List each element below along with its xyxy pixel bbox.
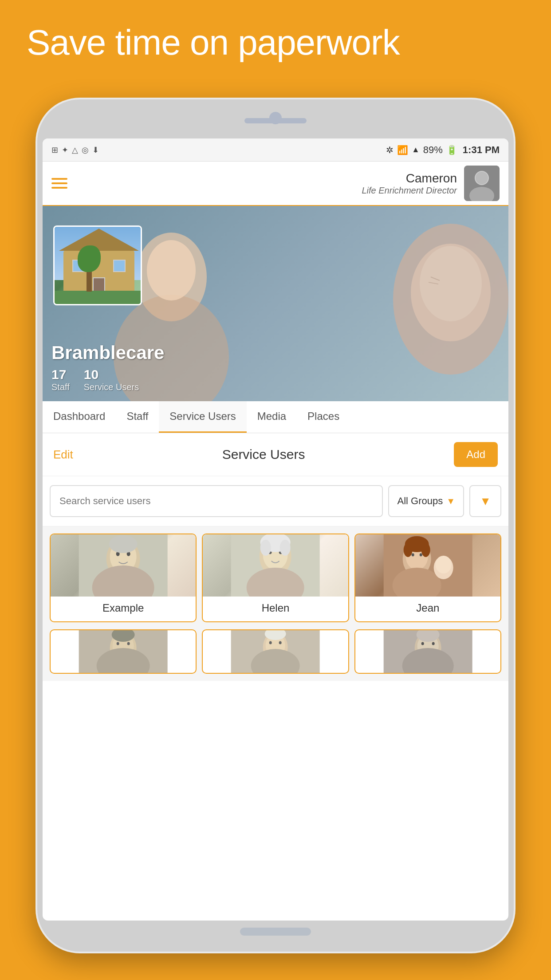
user-photo-jean	[355, 534, 500, 597]
hero-info: Bramblecare 17 Staff 10 Service Users	[51, 342, 164, 392]
helen-photo-svg	[203, 534, 348, 597]
hamburger-line-1	[51, 178, 67, 180]
user-name: Cameron	[67, 171, 457, 186]
action-bar: Edit Service Users Add	[43, 433, 508, 476]
battery-percent: 89%	[423, 144, 443, 156]
facility-image	[55, 227, 141, 304]
page-title: Service Users	[222, 447, 305, 462]
bluetooth-icon: ✲	[386, 145, 394, 155]
battery-icon: 🔋	[446, 145, 457, 155]
svg-point-26	[260, 540, 271, 556]
user-card-row2-2[interactable]	[202, 629, 349, 674]
tab-staff[interactable]: Staff	[116, 401, 159, 433]
user-name-example: Example	[102, 602, 144, 614]
filter-icon: ▼	[480, 494, 491, 508]
user-avatar[interactable]	[464, 166, 500, 201]
user-name-jean: Jean	[416, 602, 439, 614]
staff-stat: 17 Staff	[51, 367, 70, 392]
svg-point-6	[147, 240, 196, 300]
hero-person-right	[353, 210, 508, 401]
svg-point-33	[435, 556, 451, 573]
roof-shape	[59, 229, 139, 251]
user-card-example[interactable]: Example	[50, 533, 197, 622]
user-grid-row1: Example	[43, 526, 508, 629]
dropdown-arrow-icon: ▼	[446, 496, 455, 506]
filter-button[interactable]: ▼	[469, 485, 501, 517]
facility-thumbnail[interactable]	[53, 225, 142, 305]
tab-places[interactable]: Places	[297, 401, 350, 433]
svg-point-18	[109, 535, 138, 553]
content-area: Edit Service Users Add All Groups ▼ ▼	[43, 433, 508, 681]
edit-button[interactable]: Edit	[53, 448, 73, 462]
hamburger-line-2	[51, 182, 67, 184]
tab-service-users[interactable]: Service Users	[159, 401, 246, 433]
status-icon-image: ⊞	[51, 145, 58, 155]
groups-label: All Groups	[397, 495, 443, 507]
svg-point-56	[421, 642, 424, 645]
user-card-row2-3[interactable]	[354, 629, 501, 674]
status-icon-nav: ✦	[62, 145, 68, 155]
svg-point-50	[279, 641, 282, 644]
svg-point-35	[403, 543, 412, 557]
status-icon-check: ◎	[82, 145, 89, 155]
phone-frame: ⊞ ✦ △ ◎ ⬇ ✲ 📶 ▲ 89% 🔋 1:31 PM	[35, 98, 516, 953]
add-button[interactable]: Add	[454, 442, 498, 467]
status-icon-download: ⬇	[92, 145, 99, 155]
user-photo-helen	[203, 534, 348, 597]
avatar-image	[464, 166, 500, 201]
svg-point-57	[432, 642, 434, 645]
header-tagline: Save time on paperwork	[27, 22, 524, 63]
nav-tabs: Dashboard Staff Service Users Media Plac…	[43, 401, 508, 433]
svg-point-3	[476, 172, 488, 184]
users-stat: 10 Service Users	[84, 367, 139, 392]
example-photo-svg	[51, 534, 196, 597]
groups-dropdown[interactable]: All Groups ▼	[388, 485, 464, 517]
phone-speaker	[244, 118, 307, 123]
status-time: 1:31 PM	[463, 144, 500, 156]
svg-point-36	[421, 543, 430, 557]
svg-point-37	[411, 553, 414, 557]
status-right-info: ✲ 📶 ▲ 89% 🔋 1:31 PM	[386, 144, 500, 156]
row2-photo-2	[203, 630, 348, 674]
hamburger-line-3	[51, 187, 67, 189]
users-count: 10	[84, 367, 139, 382]
svg-point-49	[269, 641, 272, 644]
svg-point-38	[419, 553, 422, 557]
users-label: Service Users	[84, 382, 139, 392]
status-left-icons: ⊞ ✦ △ ◎ ⬇	[51, 145, 99, 155]
row2-photo-1	[51, 630, 196, 674]
app-header: Cameron Life Enrichment Director	[43, 162, 508, 206]
status-icon-warning: △	[72, 145, 78, 155]
tab-media[interactable]: Media	[247, 401, 297, 433]
svg-point-42	[117, 642, 119, 645]
phone-inner: ⊞ ✦ △ ◎ ⬇ ✲ 📶 ▲ 89% 🔋 1:31 PM	[37, 99, 514, 952]
hero-person-svg-right	[353, 210, 508, 401]
phone-home-button[interactable]	[240, 928, 311, 936]
hamburger-menu[interactable]	[51, 178, 67, 189]
user-card-helen[interactable]: Helen	[202, 533, 349, 622]
signal-icon: ▲	[412, 145, 420, 154]
search-input[interactable]	[50, 485, 383, 517]
svg-point-9	[420, 246, 482, 321]
hero-banner: Bramblecare 17 Staff 10 Service Users	[43, 206, 508, 401]
staff-label: Staff	[51, 382, 70, 392]
stats-row: 17 Staff 10 Service Users	[51, 367, 164, 392]
user-card-jean[interactable]: Jean	[354, 533, 501, 622]
user-grid-row2	[43, 629, 508, 681]
svg-point-43	[127, 642, 130, 645]
staff-count: 17	[51, 367, 70, 382]
user-role: Life Enrichment Director	[67, 186, 457, 196]
wifi-icon: 📶	[397, 145, 408, 155]
status-bar: ⊞ ✦ △ ◎ ⬇ ✲ 📶 ▲ 89% 🔋 1:31 PM	[43, 138, 508, 162]
svg-point-27	[280, 540, 291, 556]
jean-photo-svg	[355, 534, 500, 597]
user-card-row2-1[interactable]	[50, 629, 197, 674]
row2-photo-3	[355, 630, 500, 674]
search-area: All Groups ▼ ▼	[43, 476, 508, 526]
tab-dashboard[interactable]: Dashboard	[43, 401, 116, 433]
user-photo-example	[51, 534, 196, 597]
grass	[55, 291, 141, 304]
facility-name: Bramblecare	[51, 342, 164, 364]
user-name-helen: Helen	[262, 602, 290, 614]
user-info: Cameron Life Enrichment Director	[67, 171, 464, 196]
